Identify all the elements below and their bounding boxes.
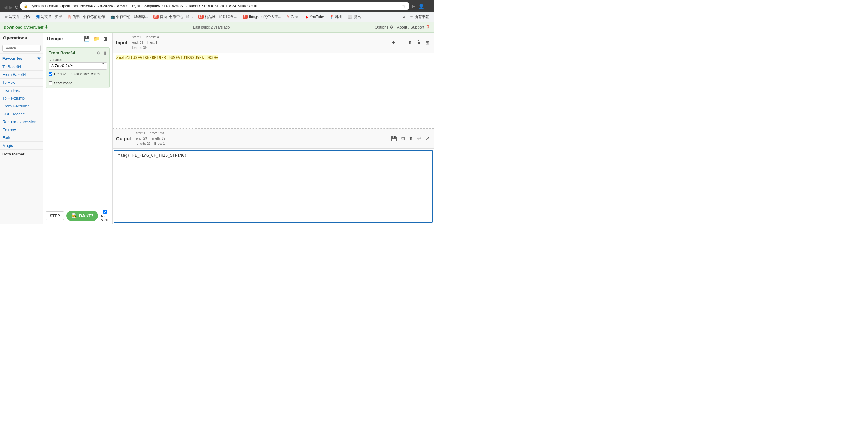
strict-mode-label: Strict mode [54,81,72,85]
browser-actions: ⊞ 👤 ⋮ [412,3,432,9]
output-fullscreen-button[interactable]: ⤢ [424,135,430,142]
sidebar-item-from-base64[interactable]: From Base64 [0,71,43,79]
sidebar-item-url-decode[interactable]: URL Decode [0,110,43,118]
download-link[interactable]: Download CyberChef ⬇ [4,25,48,29]
output-stats: start: 0 time: 1ms end: 29 length: 29 le… [136,130,165,147]
output-end-label: end: [136,137,143,140]
clear-recipe-button[interactable]: 🗑 [102,35,108,42]
auto-bake-checkbox[interactable] [103,210,107,214]
input-delete-button[interactable]: 🗑 [415,39,422,46]
load-recipe-button[interactable]: 📁 [93,35,100,42]
bookmark-icon: 📺 [111,15,115,19]
operation-name: From Base64 [49,50,75,55]
alphabet-select[interactable]: A-Za-z0-9+/= [49,62,107,69]
output-time-label: time: [150,131,158,135]
search-input[interactable] [2,45,41,52]
input-lines-val: 1 [156,41,157,44]
search-box [0,43,43,54]
bookmark-label: 地图 [335,14,342,20]
bookmark-item[interactable]: ▶ YouTube [303,14,326,20]
alphabet-wrapper: Alphabet A-Za-z0-9+/= ▼ [49,58,107,69]
sidebar-item-to-hex[interactable]: To Hex [0,79,43,87]
favourites-header[interactable]: Favourites ★ [0,54,43,63]
input-start-label: start: [132,35,141,39]
recipe-actions: 💾 📁 🗑 [83,35,108,42]
star-icon[interactable]: ☆ [402,4,406,8]
output-actions: 💾 ⧉ ⬆ ↩ ⤢ [390,135,430,142]
sidebar-item-from-hex[interactable]: From Hex [0,87,43,94]
disable-operation-button[interactable]: ⊘ [97,50,101,56]
input-add-button[interactable]: + [390,38,396,47]
bookmark-label: 精品班 - 51CTO学... [205,14,237,20]
input-length-label: length: [146,35,157,39]
sidebar-item-from-hexdump[interactable]: From Hexdump [0,102,43,110]
input-frame-button[interactable]: ☐ [398,39,405,46]
input-header: Input start: 0 length: 41 end: 39 lines:… [113,33,434,53]
bookmark-item[interactable]: 51 首页_创作中心_51... [151,14,195,20]
bookmark-item[interactable]: 知 写文章 - 知乎 [34,14,65,20]
bookmark-icon: 📍 [329,15,334,19]
sidebar-item-to-hexdump[interactable]: To Hexdump [0,94,43,102]
bookmark-item[interactable]: M Gmail [284,14,303,20]
profile-button[interactable]: 👤 [418,3,424,9]
strict-mode-checkbox-label[interactable]: Strict mode [49,81,72,85]
bookmark-label: 所有书签 [414,14,429,20]
download-icon: ⬇ [44,25,48,29]
header-right: Options ⚙ About / Support ❓ [375,25,430,29]
output-expand-button[interactable]: ⬆ [408,135,414,142]
bookmark-item[interactable]: 📍 地图 [327,14,345,20]
input-start-val: 0 [141,35,142,39]
reload-button[interactable]: ↻ [13,4,18,8]
gear-icon: ⚙ [390,25,393,29]
sidebar: Operations Favourites ★ To Base64 From B… [0,33,43,224]
output-undo-button[interactable]: ↩ [416,135,422,142]
sidebar-item-entropy[interactable]: Entropy [0,126,43,134]
lock-icon: 🔒 [24,4,28,8]
recipe-panel: Recipe 💾 📁 🗑 From Base64 ⊘ ⏸ Alphabet [43,33,113,224]
bookmarks-more-button[interactable]: » [401,14,407,20]
sidebar-item-fork[interactable]: Fork [0,134,43,142]
save-recipe-button[interactable]: 💾 [83,35,90,42]
bookmark-item[interactable]: 📰 资讯 [345,14,363,20]
bake-button[interactable]: 👨‍🍳 BAKE! [66,211,98,221]
sidebar-item-regex[interactable]: Regular expression [0,118,43,126]
favourites-label: Favourites [2,56,23,61]
input-content[interactable]: ZmxhZ3tUSEVfRkxBR19PRl9USEVfU1RSSU5HklOR… [113,53,434,128]
back-button[interactable]: ◀ [2,4,7,8]
about-support-button[interactable]: About / Support ❓ [397,25,430,29]
input-upload-button[interactable]: ⬆ [407,39,413,46]
remove-nonalpha-checkbox-label[interactable]: Remove non-alphabet chars [49,72,100,76]
bookmark-item[interactable]: 51 精品班 - 51CTO学... [196,14,240,20]
download-label: Download CyberChef [4,25,43,29]
forward-button[interactable]: ▶ [8,4,12,8]
strict-mode-checkbox[interactable] [49,81,53,85]
extensions-button[interactable]: ⊞ [412,3,416,9]
all-bookmarks[interactable]: ☆ 所有书签 [408,14,432,20]
output-text: flag{THE_FLAG_OF_THIS_STRING} [118,153,187,157]
bookmark-label: 首页_创作中心_51... [160,14,193,20]
last-build-text: Last build: 2 years ago [48,25,375,29]
remove-nonalpha-checkbox[interactable] [49,72,53,76]
bookmark-item[interactable]: 📺 创作中心 - 哔哩哔... [108,14,150,20]
input-grid-button[interactable]: ⊞ [424,39,430,46]
bookmark-label: 简书 - 创作你的创作 [72,14,105,20]
sidebar-item-magic[interactable]: Magic [0,142,43,150]
step-button[interactable]: STEP [46,211,64,220]
options-button[interactable]: Options ⚙ [375,25,393,29]
output-section: Output start: 0 time: 1ms end: 29 length… [113,129,434,224]
output-copy-button[interactable]: ⧉ [400,135,406,142]
bookmark-label: 创作中心 - 哔哩哔... [116,14,148,20]
output-save-button[interactable]: 💾 [390,135,398,142]
bookmark-item[interactable]: ✏ 写文章 - 掘金 [2,14,33,20]
bookmark-item[interactable]: 简 简书 - 创作你的创作 [65,14,107,20]
sidebar-item-to-base64[interactable]: To Base64 [0,63,43,71]
bookmark-icon: 简 [68,14,71,20]
menu-button[interactable]: ⋮ [427,3,432,9]
recipe-title: Recipe [47,36,63,41]
bookmark-item[interactable]: 51 thingking的个人主... [240,14,284,20]
remove-nonalpha-label: Remove non-alphabet chars [54,72,100,76]
bookmark-icon: 51 [198,15,204,19]
address-bar[interactable]: 🔒 icyberchef.com/#recipe=From_Base64('A-… [20,2,409,10]
operation-buttons: ⊘ ⏸ [97,50,107,56]
pause-operation-button[interactable]: ⏸ [102,50,107,56]
